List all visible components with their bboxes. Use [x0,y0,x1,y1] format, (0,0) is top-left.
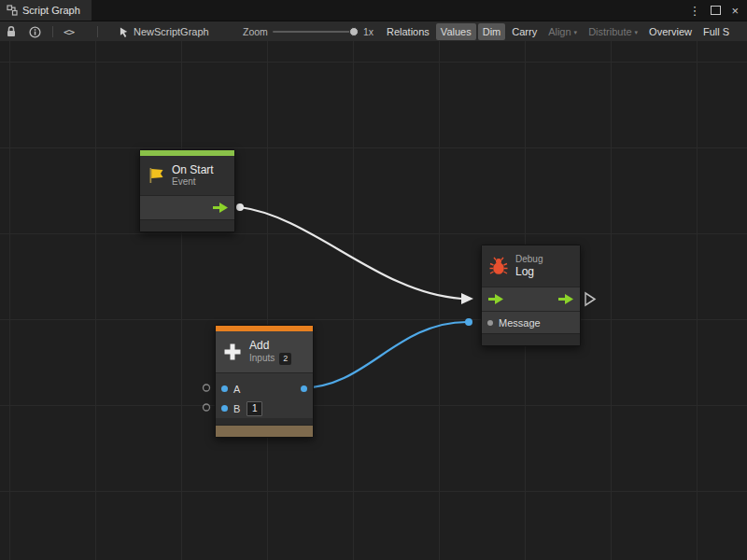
code-view-icon[interactable]: <> [63,21,74,42]
tab-title: Script Graph [22,5,80,16]
node-footer [482,333,580,345]
fullscreen-button[interactable]: Full S [698,23,734,40]
tab-script-graph[interactable]: Script Graph [0,0,92,21]
wire-layer [0,41,747,560]
distribute-dropdown[interactable]: Distribute▾ [584,23,642,40]
values-button[interactable]: Values [436,23,476,40]
flow-input-arrow-icon[interactable] [487,293,504,305]
info-icon[interactable] [29,21,41,42]
graph-name-label: NewScriptGraph [134,26,209,37]
port-a-dot[interactable] [221,385,228,392]
dim-button[interactable]: Dim [478,23,506,40]
node-footer-bar [216,425,313,437]
onstart-flow-output-port[interactable] [236,203,244,211]
graph-toolbar: <> NewScriptGraph Zoom 1x Relations Valu… [0,21,747,43]
zoom-slider[interactable] [273,31,355,33]
message-port-label: Message [499,317,541,329]
lock-icon[interactable] [6,21,17,42]
node-title: Log [515,265,543,278]
node-header[interactable]: Debug Log [482,245,580,287]
port-a-label: A [233,384,240,395]
port-a-default-indicator[interactable] [204,385,210,391]
node-footer [140,219,234,231]
wire-onstart-to-log[interactable] [240,207,461,299]
flow-row [482,287,580,311]
wire-arrowhead-icon[interactable] [461,293,473,304]
message-port-row: Message [482,311,580,333]
node-category: Debug [515,254,543,266]
chevron-down-icon: ▾ [574,29,578,35]
overview-button[interactable]: Overview [644,23,697,40]
close-icon[interactable]: × [731,5,739,17]
port-b-label: B [233,403,240,414]
maximize-icon[interactable] [711,6,721,15]
port-b-default-indicator[interactable] [204,404,210,411]
wire-add-to-message[interactable] [303,322,467,388]
node-header[interactable]: On Start Event [140,156,234,195]
flag-icon [147,166,165,185]
message-input-connection[interactable] [465,318,472,326]
flow-arrow-icon[interactable] [212,202,229,214]
bug-icon [488,256,509,276]
node-subtitle: Event [172,176,214,189]
titlebar: Script Graph ⋮ × [0,0,747,21]
flow-output-arrow-icon[interactable] [557,293,574,305]
node-body-gap [216,418,313,425]
zoom-value: 1x [363,21,374,42]
node-title: On Start [172,163,214,176]
toolbar-separator [52,26,53,37]
script-graph-icon [7,5,18,16]
node-title: Add [249,339,291,352]
flow-continuation-triangle-icon[interactable] [585,293,595,305]
carry-button[interactable]: Carry [507,23,542,40]
graph-canvas[interactable]: On Start Event [0,41,747,560]
toolbar-separator [97,26,98,37]
ports-section: A B [216,372,313,418]
chevron-down-icon: ▾ [635,29,639,35]
menu-kebab-icon[interactable]: ⋮ [688,5,700,17]
zoom-slider-handle[interactable] [349,27,359,36]
window-controls: ⋮ × [688,0,747,21]
zoom-label: Zoom [243,21,268,42]
node-header[interactable]: Add Inputs 2 [216,331,313,372]
align-dropdown[interactable]: Align▾ [543,23,582,40]
message-port-dot[interactable] [487,320,493,326]
port-b-row: B [216,399,313,418]
node-on-start[interactable]: On Start Event [139,149,235,232]
port-a-row: A [216,379,313,399]
relations-button[interactable]: Relations [382,23,434,40]
port-b-dot[interactable] [221,405,228,412]
add-output-port-dot[interactable] [301,385,307,392]
graph-name[interactable]: NewScriptGraph [120,21,209,42]
graph-pointer-icon [120,26,130,38]
port-b-value-field[interactable] [247,401,262,416]
node-add[interactable]: Add Inputs 2 A B [215,325,314,438]
toolbar-buttons: Relations Values Dim Carry Align▾ Distri… [382,21,734,42]
inputs-count-badge[interactable]: 2 [279,353,291,365]
flow-output-row [140,195,234,219]
plus-icon [222,342,243,362]
node-debug-log[interactable]: Debug Log Message [481,245,581,346]
script-graph-window: Script Graph ⋮ × <> [0,0,747,560]
node-subtitle: Inputs [249,353,275,365]
